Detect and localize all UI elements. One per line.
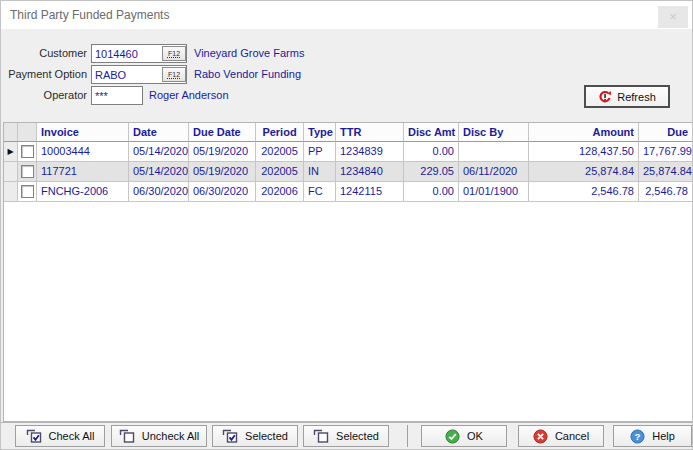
selected-check-button[interactable]: Selected (212, 425, 298, 447)
grid-cell[interactable]: 1234840 (336, 162, 404, 182)
grid-cell[interactable]: 0.00 (404, 182, 459, 202)
grid-cell[interactable]: 1234839 (336, 142, 404, 162)
grid-header: InvoiceDateDue DatePeriodTypeTTRDisc Amt… (4, 123, 692, 142)
row-checkbox-cell (18, 182, 37, 202)
grid-cell[interactable]: 1242115 (336, 182, 404, 202)
grid-cell[interactable]: 0.00 (404, 142, 459, 162)
grid-cell[interactable]: 06/30/2020 (129, 182, 189, 202)
grid-cell[interactable]: FNCHG-2006 (37, 182, 129, 202)
window-title: Third Party Funded Payments (10, 8, 169, 22)
uncheck-all-icon (119, 429, 135, 443)
footer-separator (407, 425, 408, 447)
grid-cell[interactable]: IN (304, 162, 336, 182)
column-header[interactable]: Disc Amt (404, 123, 459, 142)
grid-cell[interactable]: 202005 (256, 162, 304, 182)
column-header[interactable]: TTR (336, 123, 404, 142)
grid-cell[interactable]: 17,767.99 (639, 142, 692, 162)
row-indicator (4, 182, 18, 202)
help-icon: ? (630, 429, 645, 444)
customer-label: Customer (1, 44, 87, 63)
column-header[interactable]: Date (129, 123, 189, 142)
grid-cell[interactable]: 229.05 (404, 162, 459, 182)
grid-body: ▶1000344405/14/202005/19/2020202005PP123… (4, 142, 692, 202)
table-row[interactable]: ▶1000344405/14/202005/19/2020202005PP123… (4, 142, 692, 162)
row-indicator: ▶ (4, 142, 18, 162)
grid-cell[interactable]: 01/01/1900 (459, 182, 529, 202)
titlebar: Third Party Funded Payments × (1, 1, 692, 29)
operator-description: Roger Anderson (149, 86, 229, 105)
row-selected-arrow-icon: ▶ (4, 142, 17, 162)
customer-description: Vineyard Grove Farms (194, 44, 304, 63)
grid-cell[interactable] (459, 142, 529, 162)
selected-uncheck-button-label: Selected (336, 430, 379, 442)
help-button-label: Help (652, 430, 675, 442)
grid-cell[interactable]: 117721 (37, 162, 129, 182)
column-header[interactable]: Due (639, 123, 692, 142)
grid-cell[interactable]: 10003444 (37, 142, 129, 162)
indicator-column-header (4, 123, 18, 142)
grid-cell[interactable]: 202005 (256, 142, 304, 162)
column-header[interactable]: Type (304, 123, 336, 142)
grid-cell[interactable]: 202006 (256, 182, 304, 202)
grid-cell[interactable]: 05/14/2020 (129, 142, 189, 162)
grid-cell[interactable]: 25,874.84 (639, 162, 692, 182)
check-all-icon (26, 429, 42, 443)
ok-button[interactable]: OK (421, 425, 507, 447)
column-header[interactable]: Invoice (37, 123, 129, 142)
grid-cell[interactable]: 06/30/2020 (189, 182, 256, 202)
payment-option-f12-button[interactable]: F12 (162, 67, 186, 82)
uncheck-all-icon (313, 429, 329, 443)
uncheck-all-button-label: Uncheck All (142, 430, 199, 442)
grid-cell[interactable]: 05/14/2020 (129, 162, 189, 182)
refresh-label: Refresh (617, 91, 656, 103)
row-checkbox[interactable] (21, 165, 34, 178)
cancel-icon (533, 429, 548, 444)
check-all-button-label: Check All (49, 430, 95, 442)
table-row[interactable]: 11772105/14/202005/19/2020202005IN123484… (4, 162, 692, 182)
ok-button-label: OK (467, 430, 483, 442)
grid-cell[interactable]: 2,546.78 (639, 182, 692, 202)
refresh-button[interactable]: Refresh (584, 85, 670, 108)
selected-check-button-label: Selected (245, 430, 288, 442)
footer-toolbar: Check AllUncheck AllSelectedSelectedOKCa… (1, 422, 692, 449)
uncheck-all-button[interactable]: Uncheck All (111, 425, 207, 447)
row-checkbox[interactable] (21, 145, 34, 158)
operator-label: Operator (1, 86, 87, 105)
column-header[interactable]: Period (256, 123, 304, 142)
row-checkbox-cell (18, 142, 37, 162)
payment-option-label: Payment Option (1, 65, 87, 84)
third-party-funded-payments-dialog: Third Party Funded Payments × Customer F… (0, 0, 693, 450)
check-all-icon (222, 429, 238, 443)
grid-cell[interactable]: 128,437.50 (529, 142, 639, 162)
cancel-button-label: Cancel (555, 430, 589, 442)
grid-cell[interactable]: FC (304, 182, 336, 202)
customer-f12-button[interactable]: F12 (162, 46, 186, 61)
row-indicator (4, 162, 18, 182)
check-all-button[interactable]: Check All (15, 425, 105, 447)
grid-cell[interactable]: 05/19/2020 (189, 142, 256, 162)
row-checkbox[interactable] (21, 185, 34, 198)
help-button[interactable]: ?Help (613, 425, 692, 447)
column-header[interactable]: Disc By (459, 123, 529, 142)
column-header[interactable]: Amount (529, 123, 639, 142)
checkbox-column-header (18, 123, 37, 142)
grid-cell[interactable]: 25,874.84 (529, 162, 639, 182)
grid-cell[interactable]: 05/19/2020 (189, 162, 256, 182)
grid-cell[interactable]: PP (304, 142, 336, 162)
grid-cell[interactable]: 2,546.78 (529, 182, 639, 202)
column-header[interactable]: Due Date (189, 123, 256, 142)
refresh-icon (598, 90, 612, 104)
selected-uncheck-button[interactable]: Selected (303, 425, 389, 447)
row-checkbox-cell (18, 162, 37, 182)
close-icon[interactable]: × (658, 6, 688, 28)
operator-input[interactable] (91, 86, 143, 105)
ok-icon (445, 429, 460, 444)
table-row[interactable]: FNCHG-200606/30/202006/30/2020202006FC12… (4, 182, 692, 202)
payments-grid: InvoiceDateDue DatePeriodTypeTTRDisc Amt… (3, 122, 692, 422)
svg-text:?: ? (635, 430, 641, 441)
grid-cell[interactable]: 06/11/2020 (459, 162, 529, 182)
payment-option-description: Rabo Vendor Funding (194, 65, 301, 84)
cancel-button[interactable]: Cancel (518, 425, 604, 447)
